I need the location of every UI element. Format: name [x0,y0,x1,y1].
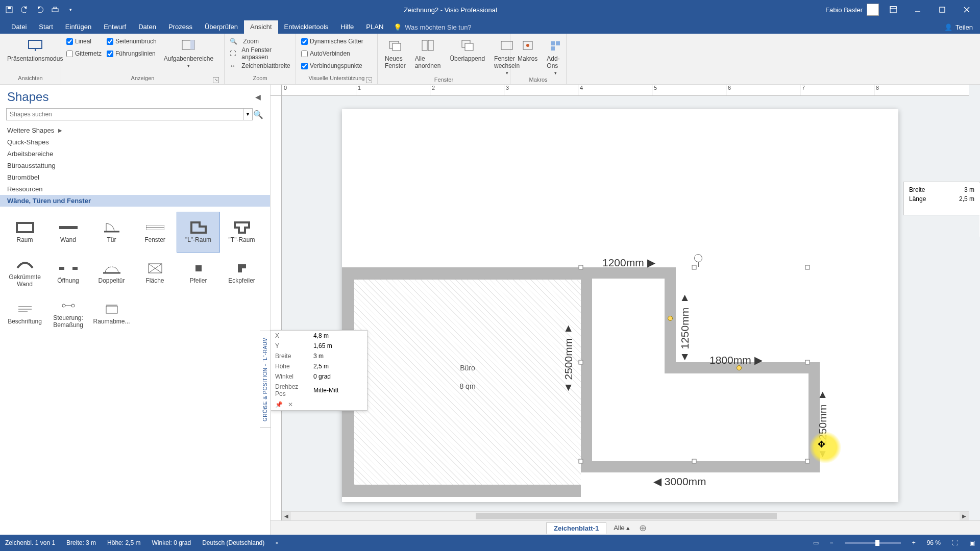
drawing-page[interactable]: Büro 8 qm [342,109,898,502]
addons-button[interactable]: Add-Ons ▾ [545,36,566,77]
shape-double-door[interactable]: Doppeltür [90,253,133,293]
tab-ansicht[interactable]: Ansicht [244,20,278,34]
resize-handle[interactable] [579,360,583,365]
ribbon-display-options-icon[interactable] [883,0,903,19]
tab-start[interactable]: Start [33,20,59,34]
shape-t-raum[interactable]: "T"-Raum [220,212,263,253]
resize-handle[interactable] [805,360,810,365]
rotation-handle-icon[interactable] [694,254,702,262]
shape-tuer[interactable]: Tür [90,212,133,253]
redo-icon[interactable] [35,5,45,15]
cat-bueromoebel[interactable]: Büromöbel [0,171,270,183]
print-icon[interactable] [50,5,60,15]
arrange-all-button[interactable]: Alle anordnen [413,36,443,70]
zoom-level[interactable]: 96 % [927,539,941,546]
tab-datei[interactable]: Datei [5,20,33,34]
cascade-button[interactable]: Überlappend [448,36,487,63]
l-room-shape[interactable] [581,267,820,472]
tab-ueberpruefen[interactable]: Überprüfen [199,20,244,34]
user-avatar[interactable] [867,4,879,16]
maximize-icon[interactable] [932,0,952,19]
scroll-thumb[interactable] [476,513,777,519]
canvas[interactable]: 0 1 2 3 4 5 6 7 8 Büro 8 qm [271,85,980,535]
pin-icon[interactable]: 📌 [275,401,283,408]
share-button[interactable]: 👤 Teilen [937,23,980,34]
undo-icon[interactable] [19,5,30,15]
cat-ressourcen[interactable]: Ressourcen [0,183,270,195]
resize-handle[interactable] [692,265,697,270]
close-panel-icon[interactable]: ✕ [288,401,293,408]
resize-handle[interactable] [805,265,810,270]
tab-prozess[interactable]: Prozess [162,20,199,34]
shape-fenster[interactable]: Fenster [133,212,177,253]
zoom-out-icon[interactable]: − [830,539,834,546]
dialog-launcher-icon[interactable]: ↘ [213,77,219,83]
cat-bueroausstattung[interactable]: Büroausstattung [0,160,270,171]
cat-more-shapes[interactable]: Weitere Shapes▶ [0,124,270,136]
chk-connection-points[interactable]: Verbindungspunkte [301,60,363,71]
tab-entwicklertools[interactable]: Entwicklertools [278,20,335,34]
new-window-button[interactable]: Neues Fenster [383,36,408,70]
chk-lineal[interactable]: Lineal [66,36,102,47]
shape-opening[interactable]: Öffnung [46,253,90,293]
shape-wand[interactable]: Wand [46,212,90,253]
zoom-button[interactable]: 🔍 Zoom [230,36,290,47]
sheet-all[interactable]: Alle ▴ [608,522,635,533]
size-position-panel[interactable]: GRÖẞE & POSITION - "L"-RAUM X4,8 m Y1,65… [271,330,368,411]
status-language[interactable]: Deutsch (Deutschland) [202,539,264,546]
shape-pfeiler[interactable]: Pfeiler [177,253,220,293]
shape-beschriftung[interactable]: Beschriftung [3,293,46,334]
sheet-tab-1[interactable]: Zeichenblatt-1 [546,522,606,534]
resize-handle[interactable] [579,265,583,270]
view-normal-icon[interactable]: ▭ [813,539,819,546]
tab-hilfe[interactable]: Hilfe [334,20,360,34]
shape-eckpfeiler[interactable]: Eckpfeiler [220,253,263,293]
fit-page-icon[interactable]: ⛶ [952,539,958,546]
resize-handle[interactable] [692,459,697,464]
fit-window-button[interactable]: ⛶ An Fenster anpassen [230,48,290,59]
chk-autoconnect[interactable]: AutoVerbinden [301,48,363,59]
tab-einfuegen[interactable]: Einfügen [59,20,97,34]
shape-l-raum[interactable]: "L"-Raum [177,212,220,253]
control-handle[interactable] [668,316,673,321]
zoom-in-icon[interactable]: + [912,539,916,546]
tellme-search[interactable]: 💡 Was möchten Sie tun? [394,23,471,34]
tab-daten[interactable]: Daten [132,20,162,34]
close-icon[interactable] [957,0,977,19]
scroll-right-icon[interactable]: ▶ [960,512,969,520]
shape-data-panel[interactable]: Breite3 m Länge2,5 m 📌SHAPE-DATEN ... ✕ [903,182,980,215]
collapse-shapes-icon[interactable]: ◀ [253,93,263,101]
room-buero[interactable]: Büro 8 qm [342,267,581,497]
shape-flaeche[interactable]: Fläche [133,253,177,293]
dialog-launcher-icon[interactable]: ↘ [366,77,372,83]
full-screen-icon[interactable]: ▣ [969,539,975,546]
chk-seitenumbruch[interactable]: Seitenumbruch [107,36,157,47]
chk-dynamic-grid[interactable]: Dynamisches Gitter [301,36,363,47]
macro-record-icon[interactable]: ▫ [276,539,278,546]
search-icon[interactable]: 🔍 [253,108,264,120]
page-width-button[interactable]: ↔ Zeichenblattbreite [230,60,290,71]
minimize-icon[interactable] [908,0,928,19]
cat-arbeitsbereiche[interactable]: Arbeitsbereiche [0,148,270,160]
task-panes-button[interactable]: Aufgabenbereiche ▾ [162,36,215,69]
resize-handle[interactable] [805,459,810,464]
save-icon[interactable] [4,5,14,15]
chk-fuehrungslinien[interactable]: Führungslinien [107,48,157,59]
cat-waende-tueren-fenster[interactable]: Wände, Türen und Fenster [0,195,270,207]
user-name[interactable]: Fabio Basler [825,6,863,14]
horizontal-scrollbar[interactable]: ◀ ▶ [282,511,969,520]
cat-quick-shapes[interactable]: Quick-Shapes [0,136,270,148]
shape-steuerung-bemassung[interactable]: Steuerung: Bemaßung [46,293,90,334]
shapes-search-input[interactable] [6,108,243,120]
add-sheet-button[interactable]: ⊕ [637,522,648,534]
tab-plan[interactable]: PLAN [360,20,389,34]
shape-raum[interactable]: Raum [3,212,46,253]
qat-customize-icon[interactable]: ▾ [65,5,76,15]
shape-curved-wall[interactable]: Gekrümmte Wand [3,253,46,293]
shape-raumabmessung[interactable]: Raumabme... [90,293,133,334]
scroll-left-icon[interactable]: ◀ [282,512,291,520]
search-dropdown-icon[interactable]: ▼ [243,108,253,120]
macros-button[interactable]: Makros [516,36,540,63]
presentation-mode-button[interactable]: Präsentationsmodus [5,36,65,63]
tab-entwurf[interactable]: Entwurf [97,20,132,34]
